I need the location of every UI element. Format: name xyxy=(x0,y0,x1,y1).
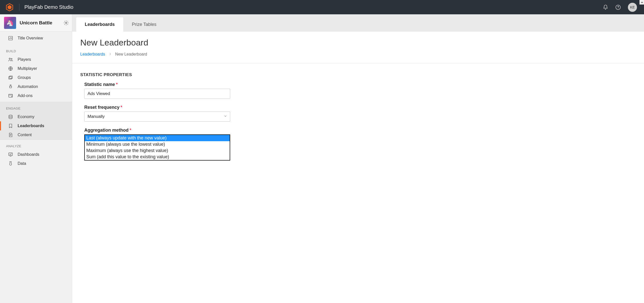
svg-marker-1 xyxy=(8,5,11,9)
main: Leaderboards Prize Tables New Leaderboar… xyxy=(72,14,644,303)
gear-icon[interactable] xyxy=(63,20,69,26)
page-title: New Leaderboard xyxy=(80,38,636,47)
svg-point-6 xyxy=(9,58,10,59)
nav-label: Players xyxy=(18,57,31,62)
tabs: Leaderboards Prize Tables xyxy=(72,14,644,32)
addons-icon xyxy=(8,93,13,98)
section-analyze: ANALYZE xyxy=(0,140,72,150)
section-heading: STATISTIC PROPERTIES xyxy=(80,72,636,77)
divider xyxy=(19,4,19,11)
statistic-name-input[interactable] xyxy=(84,89,230,99)
aggregation-method-label: Aggregation method* xyxy=(84,128,230,133)
user-avatar[interactable]: KE xyxy=(628,3,637,12)
nav-automation[interactable]: Automation xyxy=(0,82,72,91)
playfab-logo-icon[interactable] xyxy=(5,3,14,12)
svg-rect-9 xyxy=(9,77,12,79)
scrollbar-up-arrow[interactable] xyxy=(639,0,644,5)
nav-data[interactable]: Data xyxy=(0,159,72,168)
breadcrumb-current: New Leaderboard xyxy=(115,52,147,57)
economy-icon xyxy=(8,114,13,119)
aggregation-option-last[interactable]: Last (always update with the new value) xyxy=(85,135,230,141)
bookmark-icon xyxy=(8,123,13,128)
globe-icon xyxy=(8,66,13,71)
nav-label: Add-ons xyxy=(18,93,33,98)
svg-rect-10 xyxy=(10,76,13,78)
notifications-icon[interactable] xyxy=(603,5,608,10)
reset-frequency-select[interactable] xyxy=(84,112,230,122)
studio-name[interactable]: PlayFab Demo Studio xyxy=(24,4,73,10)
groups-icon xyxy=(8,75,13,80)
breadcrumb: Leaderboards New Leaderboard xyxy=(72,52,644,63)
svg-rect-14 xyxy=(9,94,13,97)
section-build: BUILD xyxy=(0,45,72,55)
sidebar: 🦄 Unicorn Battle Title Overview BUILD Pl… xyxy=(0,14,72,303)
nav-title-overview[interactable]: Title Overview xyxy=(0,32,72,45)
nav-economy[interactable]: Economy xyxy=(0,112,72,121)
statistic-properties: STATISTIC PROPERTIES Statistic name* Res… xyxy=(80,72,636,161)
svg-point-15 xyxy=(9,115,12,116)
svg-point-3 xyxy=(618,8,618,8)
nav-label: Economy xyxy=(18,115,34,119)
nav-groups[interactable]: Groups xyxy=(0,73,72,82)
aggregation-option-maximum[interactable]: Maximum (always use the highest value) xyxy=(85,147,230,154)
nav-leaderboards[interactable]: Leaderboards xyxy=(0,121,72,130)
nav-addons[interactable]: Add-ons xyxy=(0,91,72,100)
title-header[interactable]: 🦄 Unicorn Battle xyxy=(0,14,72,32)
svg-point-13 xyxy=(11,86,11,87)
dashboards-icon xyxy=(8,152,13,157)
title-name: Unicorn Battle xyxy=(20,20,60,26)
svg-point-12 xyxy=(10,86,11,87)
svg-rect-11 xyxy=(10,86,12,88)
aggregation-method-select[interactable]: Last (always update with the new value) … xyxy=(84,134,230,161)
title-thumbnail: 🦄 xyxy=(4,17,16,29)
document-icon xyxy=(8,132,13,137)
nav-label: Automation xyxy=(18,84,38,89)
nav-label: Data xyxy=(18,161,26,166)
overview-icon xyxy=(8,36,13,41)
section-engage: ENGAGE xyxy=(0,102,72,112)
nav-label: Dashboards xyxy=(18,152,39,157)
aggregation-option-sum[interactable]: Sum (add this value to the existing valu… xyxy=(85,154,230,160)
chevron-right-icon xyxy=(109,52,112,57)
nav-label: Leaderboards xyxy=(18,124,44,128)
nav-label: Content xyxy=(18,133,32,137)
help-icon[interactable] xyxy=(615,5,621,10)
nav-content[interactable]: Content xyxy=(0,130,72,139)
aggregation-option-minimum[interactable]: Minimum (always use the lowest value) xyxy=(85,141,230,147)
nav-label: Multiplayer xyxy=(18,66,37,71)
players-icon xyxy=(8,57,13,62)
top-bar: PlayFab Demo Studio KE xyxy=(0,0,644,14)
nav-dashboards[interactable]: Dashboards xyxy=(0,150,72,159)
reset-frequency-label: Reset frequency* xyxy=(84,105,230,110)
automation-icon xyxy=(8,84,13,89)
breadcrumb-root[interactable]: Leaderboards xyxy=(80,52,105,57)
svg-point-7 xyxy=(11,58,12,59)
nav-label: Groups xyxy=(18,75,31,80)
nav-multiplayer[interactable]: Multiplayer xyxy=(0,64,72,73)
nav-players[interactable]: Players xyxy=(0,55,72,64)
statistic-name-label: Statistic name* xyxy=(84,82,230,87)
data-icon xyxy=(8,161,13,166)
tab-leaderboards[interactable]: Leaderboards xyxy=(76,17,123,32)
nav-label: Title Overview xyxy=(18,36,43,40)
svg-point-4 xyxy=(65,22,67,24)
tab-prize-tables[interactable]: Prize Tables xyxy=(123,17,165,32)
